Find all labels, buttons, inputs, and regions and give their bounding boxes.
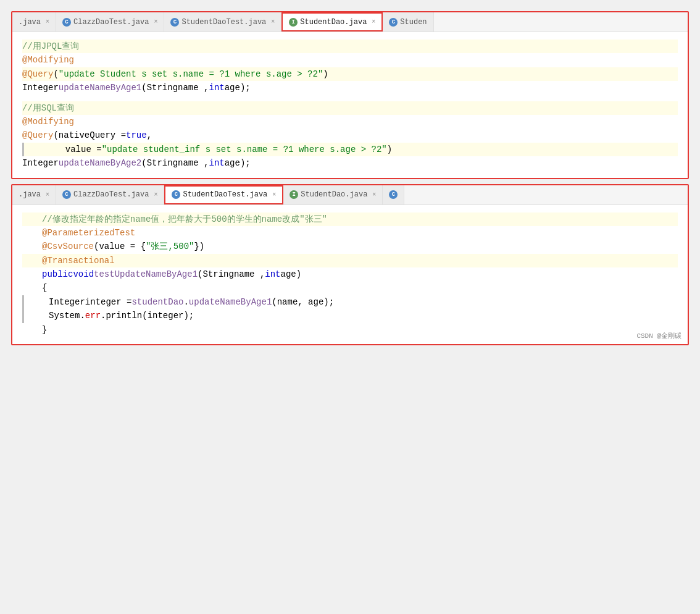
code-text: String (202, 267, 233, 281)
tab-studentdao-active[interactable]: I StudentDao.java × (281, 12, 383, 32)
i-icon: I (290, 190, 298, 199)
code-text: testUpdateNameByAge1 (94, 267, 198, 281)
tab-studentdao-2[interactable]: I StudentDao.java × (283, 185, 383, 204)
tab-java-1[interactable]: .java × (12, 12, 56, 32)
code-text: //用SQL查询 (22, 101, 74, 115)
top-panel-wrapper: .java × C ClazzDaoTest.java × C StudentD… (11, 11, 689, 179)
code-text: name , (178, 81, 209, 95)
code-text: //用JPQL查询 (22, 40, 79, 53)
code-line: @CsvSource(value = {"张三,500"}) (22, 240, 678, 253)
code-text: int (265, 267, 280, 281)
code-line: public void testUpdateNameByAge1(String … (22, 267, 678, 281)
tab-studen[interactable]: C Studen (383, 12, 433, 32)
code-text: true (126, 128, 147, 142)
code-text: ( (141, 156, 146, 170)
tab-label: Studen (400, 18, 427, 27)
code-line: { (22, 281, 678, 295)
code-text: err (85, 309, 101, 322)
code-text: ( (53, 67, 58, 81)
tab-close-icon[interactable]: × (272, 191, 276, 198)
code-text: String (147, 156, 178, 170)
code-text: int (209, 156, 224, 170)
tab-close-icon[interactable]: × (154, 19, 157, 25)
c-icon: C (389, 190, 398, 199)
code-text: "update Student s set s.name = ?1 where … (59, 67, 323, 81)
tab-label: ClazzDaoTest.java (73, 18, 149, 27)
code-line: @Modifying (22, 115, 678, 128)
tab-label: .java (19, 190, 41, 199)
bottom-panel-wrapper: .java × C ClazzDaoTest.java × C StudentD… (11, 184, 689, 346)
code-line: @Query(nativeQuery = true, (22, 128, 678, 142)
code-text: value = (29, 143, 102, 156)
code-text: int (209, 81, 224, 95)
code-text: (name, age); (272, 295, 334, 309)
tab-label: StudentDao.java (301, 190, 367, 199)
tab-studentdaotest[interactable]: C StudentDaoTest.java × (164, 12, 281, 32)
tab-label: StudentDaoTest.java (183, 190, 267, 199)
code-text: @Modifying (22, 115, 74, 128)
code-text: age) (281, 267, 302, 281)
i-icon: I (289, 18, 298, 27)
indent-bar (22, 309, 24, 322)
code-line: //修改指定年龄的指定name值，把年龄大于500的学生的name改成"张三" (22, 212, 678, 226)
code-text: name , (178, 156, 209, 170)
tab-clazzdaotest[interactable]: C ClazzDaoTest.java × (56, 12, 164, 32)
code-text: "update student_inf s set s.name = ?1 wh… (102, 143, 387, 156)
code-text: ( (198, 267, 202, 281)
tab-close-icon[interactable]: × (271, 19, 275, 25)
bottom-code-area: //修改指定年龄的指定name值，把年龄大于500的学生的name改成"张三" … (12, 205, 688, 345)
tab-close-icon[interactable]: × (372, 191, 376, 198)
tab-java-2[interactable]: .java × (12, 185, 56, 204)
tab-close-icon[interactable]: × (46, 191, 49, 198)
code-text: @Modifying (22, 53, 74, 67)
tab-label: ClazzDaoTest.java (73, 190, 149, 199)
code-text: public (42, 267, 73, 281)
tab-label: .java (19, 18, 41, 27)
watermark: CSDN @金刚碳 (636, 331, 681, 340)
code-text: integer = (85, 295, 132, 309)
tab-label: StudentDaoTest.java (181, 18, 266, 27)
code-text: } (42, 323, 47, 337)
tab-clazzdaotest-2[interactable]: C ClazzDaoTest.java × (56, 185, 164, 204)
empty-line (22, 95, 678, 101)
code-text: Integer (49, 295, 85, 309)
code-text: ( (141, 81, 146, 95)
code-text: @Query (22, 128, 53, 142)
code-line: //用JPQL查询 (22, 40, 678, 53)
code-text: updateNameByAge1 (59, 81, 141, 95)
top-code-area: //用JPQL查询 @Modifying @Query("update Stud… (12, 32, 688, 178)
code-text: , (147, 128, 152, 142)
c-icon: C (172, 190, 180, 199)
indent-bar (22, 295, 24, 309)
code-text: void (73, 267, 94, 281)
code-text: Integer (22, 156, 59, 170)
code-text: Integer (22, 81, 59, 95)
tab-close-icon[interactable]: × (154, 191, 157, 198)
tab-c-2[interactable]: C (383, 185, 404, 204)
code-text: updateNameByAge2 (59, 156, 141, 170)
code-text: age); (225, 156, 251, 170)
code-text: age); (225, 81, 251, 95)
tab-studentdaotest-active[interactable]: C StudentDaoTest.java × (164, 185, 283, 204)
c-icon: C (62, 18, 71, 27)
code-text: studentDao (131, 295, 183, 309)
code-text: //修改指定年龄的指定name值，把年龄大于500的学生的name改成"张三" (42, 212, 327, 226)
c-icon: C (389, 18, 398, 27)
code-text: . (80, 309, 85, 322)
code-line: @Transactional (22, 254, 678, 267)
code-text: }) (194, 240, 204, 253)
top-tab-bar: .java × C ClazzDaoTest.java × C StudentD… (12, 12, 688, 32)
c-icon: C (62, 190, 71, 199)
code-text: ) (387, 143, 392, 156)
code-line: //用SQL查询 (22, 101, 678, 115)
code-text: @ParameterizedTest (42, 226, 135, 240)
code-text: .println(integer); (101, 309, 194, 322)
code-text: name , (234, 267, 265, 281)
code-line: value = "update student_inf s set s.name… (22, 143, 678, 156)
tab-close-icon[interactable]: × (46, 19, 49, 25)
tab-close-icon[interactable]: × (372, 19, 375, 25)
code-text: ) (323, 67, 328, 81)
code-text: (nativeQuery = (53, 128, 126, 142)
tab-label: StudentDao.java (300, 18, 367, 27)
bottom-panel: .java × C ClazzDaoTest.java × C StudentD… (11, 184, 689, 346)
